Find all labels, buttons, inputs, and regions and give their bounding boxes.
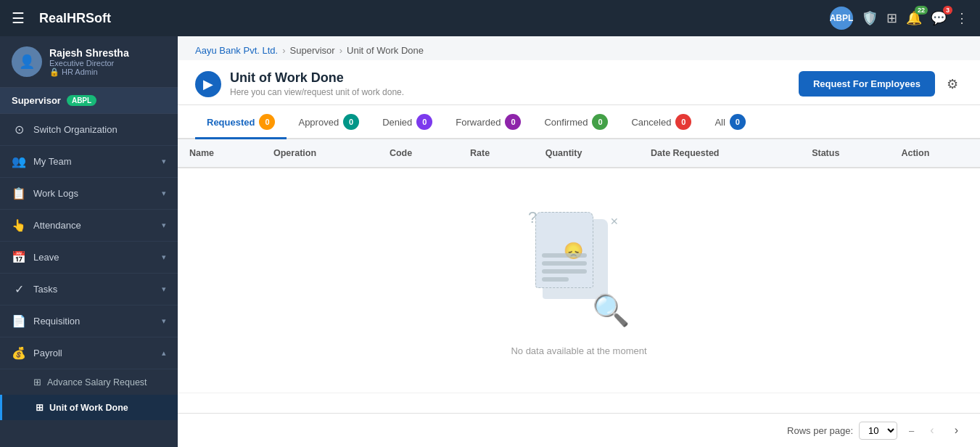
sidebar-item-label: Payroll [33, 348, 155, 358]
user-role: 🔒 HR Admin [49, 67, 129, 77]
sad-face-icon: 😞 [564, 242, 583, 261]
tab-all[interactable]: All 0 [703, 105, 757, 139]
empty-state-text: No data available at the moment [511, 345, 646, 356]
user-profile: 👤 Rajesh Shrestha Executive Director 🔒 H… [0, 36, 178, 88]
page-title: Unit of Work Done [230, 70, 404, 86]
hamburger-icon[interactable]: ☰ [12, 9, 25, 27]
chevron-down-icon: ▾ [162, 157, 166, 166]
topnav-right: ABPL 🛡️ ⊞ 🔔 22 💬 3 ⋮ [830, 7, 968, 30]
app-logo: RealHRSoft [39, 11, 111, 26]
request-for-employees-button[interactable]: Request For Employees [799, 71, 935, 97]
table-footer: Rows per page: 10 25 50 – ‹ › [178, 413, 980, 447]
sidebar-item-requisition[interactable]: 📄 Requisition ▾ [0, 305, 178, 337]
worklogs-icon: 📋 [12, 186, 26, 200]
tab-canceled[interactable]: Canceled 0 [619, 105, 703, 139]
rows-per-page-select[interactable]: 10 25 50 [859, 422, 897, 440]
topnav: ☰ RealHRSoft ABPL 🛡️ ⊞ 🔔 22 💬 3 ⋮ [0, 0, 980, 36]
tasks-icon: ✓ [12, 282, 26, 296]
sidebar-item-label: Switch Organization [33, 124, 166, 135]
next-page-button[interactable]: › [950, 421, 963, 440]
chevron-up-icon: ▴ [162, 348, 166, 358]
tab-forwarded-label: Forwarded [456, 117, 501, 128]
col-operation: Operation [262, 139, 378, 168]
empty-state: ? ✕ 😞 [189, 176, 968, 385]
chevron-down-icon: ▾ [162, 221, 166, 230]
unit-of-work-icon: ⊞ [36, 402, 44, 413]
sidebar-item-label: Tasks [33, 284, 155, 295]
filter-icon[interactable]: ⚙ [942, 72, 963, 97]
sidebar-item-switch-org[interactable]: ⊙ Switch Organization [0, 114, 178, 146]
doc-line-1 [542, 253, 587, 258]
page-title-group: Unit of Work Done Here you can view/requ… [230, 70, 404, 97]
notification-badge: 22 [915, 6, 928, 15]
col-action: Action [889, 139, 980, 168]
breadcrumb-current: Unit of Work Done [347, 45, 424, 56]
col-rate: Rate [458, 139, 534, 168]
empty-icon: ? ✕ 😞 [521, 205, 637, 335]
grid-icon[interactable]: ⊞ [886, 10, 897, 26]
page-info: – [909, 425, 914, 436]
col-quantity: Quantity [534, 139, 639, 168]
sidebar-item-label: Work Logs [33, 188, 155, 199]
data-table-container: Name Operation Code Rate Quantity Date R… [178, 139, 980, 413]
sidebar-item-tasks[interactable]: ✓ Tasks ▾ [0, 274, 178, 305]
tab-confirmed[interactable]: Confirmed 0 [532, 105, 619, 139]
tab-all-badge: 0 [730, 114, 746, 130]
tab-denied-badge: 0 [416, 114, 432, 130]
table-header: Name Operation Code Rate Quantity Date R… [178, 139, 980, 168]
tab-requested-label: Requested [207, 117, 255, 128]
sidebar-item-my-team[interactable]: 👥 My Team ▾ [0, 146, 178, 178]
tabs-bar: Requested 0 Approved 0 Denied 0 Forwarde… [178, 105, 980, 139]
sidebar-item-label: Attendance [33, 220, 155, 231]
team-icon: 👥 [12, 155, 26, 168]
doc-line-3 [542, 269, 587, 274]
tab-approved-badge: 0 [343, 114, 359, 130]
switch-org-icon: ⊙ [12, 123, 26, 136]
attendance-icon: 👆 [12, 218, 26, 232]
avatar: 👤 [12, 46, 42, 77]
page-header: ▶ Unit of Work Done Here you can view/re… [178, 60, 980, 105]
doc-main: 😞 [535, 212, 593, 288]
tab-forwarded-badge: 0 [505, 114, 521, 130]
page-subtitle: Here you can view/request unit of work d… [230, 87, 404, 97]
shield-icon[interactable]: 🛡️ [862, 10, 878, 26]
breadcrumb: Aayu Bank Pvt. Ltd. › Supervisor › Unit … [178, 36, 980, 60]
message-icon[interactable]: 💬 3 [931, 10, 947, 26]
chevron-down-icon: ▾ [162, 316, 166, 326]
sidebar: 👤 Rajesh Shrestha Executive Director 🔒 H… [0, 36, 178, 447]
doc-line-2 [542, 261, 587, 266]
breadcrumb-org[interactable]: Aayu Bank Pvt. Ltd. [195, 45, 278, 56]
sidebar-item-payroll[interactable]: 💰 Payroll ▴ [0, 337, 178, 369]
tab-requested[interactable]: Requested 0 [195, 105, 287, 139]
message-badge: 3 [943, 6, 952, 15]
org-avatar[interactable]: ABPL [830, 7, 853, 30]
breadcrumb-sep1: › [282, 45, 285, 56]
tab-confirmed-label: Confirmed [544, 117, 588, 128]
data-table: Name Operation Code Rate Quantity Date R… [178, 139, 980, 393]
sidebar-item-attendance[interactable]: 👆 Attendance ▾ [0, 210, 178, 242]
tab-approved-label: Approved [298, 117, 339, 128]
tab-forwarded[interactable]: Forwarded 0 [444, 105, 532, 139]
sidebar-item-label: My Team [33, 156, 155, 167]
table-body: ? ✕ 😞 [178, 168, 980, 393]
page-icon: ▶ [195, 71, 221, 97]
sidebar-item-work-logs[interactable]: 📋 Work Logs ▾ [0, 178, 178, 210]
col-status: Status [800, 139, 889, 168]
sidebar-subitem-unit-of-work[interactable]: ⊞ Unit of Work Done [0, 395, 178, 420]
breadcrumb-sep2: › [339, 45, 342, 56]
empty-state-row: ? ✕ 😞 [178, 168, 980, 393]
sidebar-subitem-advance-salary[interactable]: ⊞ Advance Salary Request [0, 369, 178, 395]
tab-denied[interactable]: Denied 0 [371, 105, 444, 139]
notification-bell-icon[interactable]: 🔔 22 [906, 10, 922, 26]
tab-all-label: All [715, 117, 725, 128]
sidebar-item-leave[interactable]: 📅 Leave ▾ [0, 242, 178, 274]
tab-approved[interactable]: Approved 0 [287, 105, 371, 139]
prev-page-button[interactable]: ‹ [926, 421, 938, 440]
tab-confirmed-badge: 0 [592, 114, 608, 130]
chevron-down-icon: ▾ [162, 284, 166, 294]
abpl-tag: ABPL [67, 95, 96, 106]
sidebar-subitem-label: Unit of Work Done [49, 403, 128, 413]
supervisor-label: Supervisor [12, 95, 61, 106]
supervisor-badge: Supervisor ABPL [0, 88, 178, 114]
more-options-icon[interactable]: ⋮ [955, 10, 968, 26]
